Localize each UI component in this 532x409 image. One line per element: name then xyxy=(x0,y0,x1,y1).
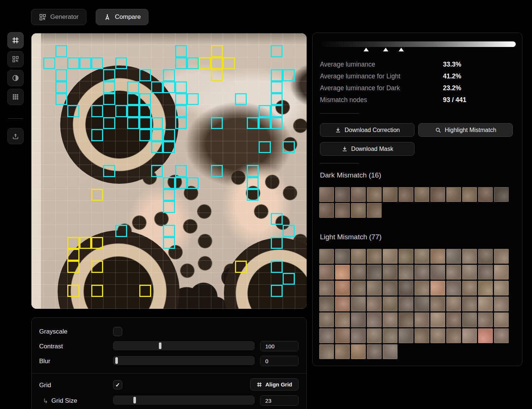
tool-frame-button[interactable] xyxy=(7,32,24,48)
light-mismatch-thumbnail[interactable] xyxy=(478,297,493,311)
contrast-slider[interactable] xyxy=(113,341,255,350)
highlight-mismatch-button[interactable]: Highlight Mistmatch xyxy=(418,123,513,137)
dark-mismatch-thumbnail[interactable] xyxy=(319,187,334,202)
light-mismatch-thumbnail[interactable] xyxy=(478,328,493,343)
download-mask-button[interactable]: Download Mask xyxy=(320,142,415,156)
light-mismatch-thumbnail[interactable] xyxy=(415,281,429,295)
tool-qr-button[interactable] xyxy=(7,51,24,67)
tool-upload-button[interactable] xyxy=(7,128,24,144)
light-mismatch-thumbnail[interactable] xyxy=(446,297,461,311)
dark-mismatch-thumbnail[interactable] xyxy=(430,187,445,202)
light-mismatch-thumbnail[interactable] xyxy=(446,249,461,264)
light-mismatch-thumbnail[interactable] xyxy=(494,249,509,264)
light-mismatch-thumbnail[interactable] xyxy=(478,265,493,280)
light-mismatch-thumbnail[interactable] xyxy=(351,312,366,327)
dark-mismatch-thumbnail[interactable] xyxy=(335,187,350,202)
light-mismatch-thumbnail[interactable] xyxy=(478,312,493,327)
comparison-canvas[interactable] xyxy=(31,33,307,309)
light-mismatch-thumbnail[interactable] xyxy=(430,328,445,343)
download-correction-button[interactable]: Download Correction xyxy=(320,123,415,137)
dark-mismatch-thumbnail[interactable] xyxy=(383,187,398,202)
blur-slider[interactable] xyxy=(113,356,255,365)
dark-mismatch-thumbnail[interactable] xyxy=(335,203,350,218)
light-mismatch-thumbnail[interactable] xyxy=(446,328,461,343)
light-mismatch-thumbnail[interactable] xyxy=(494,265,509,280)
light-mismatch-thumbnail[interactable] xyxy=(367,249,382,264)
light-mismatch-thumbnail[interactable] xyxy=(335,249,350,264)
light-mismatch-thumbnail[interactable] xyxy=(415,265,429,280)
light-mismatch-thumbnail[interactable] xyxy=(399,312,413,327)
light-mismatch-thumbnail[interactable] xyxy=(430,297,445,311)
light-mismatch-thumbnail[interactable] xyxy=(319,312,334,327)
contrast-value-input[interactable] xyxy=(260,341,299,351)
light-mismatch-thumbnail[interactable] xyxy=(383,265,398,280)
light-mismatch-thumbnail[interactable] xyxy=(415,249,429,264)
light-mismatch-thumbnail[interactable] xyxy=(335,297,350,311)
tool-contrast-button[interactable] xyxy=(7,70,24,86)
light-mismatch-thumbnail[interactable] xyxy=(430,249,445,264)
light-mismatch-thumbnail[interactable] xyxy=(383,312,398,327)
light-mismatch-thumbnail[interactable] xyxy=(415,328,429,343)
light-mismatch-thumbnail[interactable] xyxy=(319,297,334,311)
align-grid-button[interactable]: Align Grid xyxy=(250,378,299,391)
dark-mismatch-thumbnail[interactable] xyxy=(478,187,493,202)
tab-generator[interactable]: Generator xyxy=(31,9,86,25)
light-mismatch-thumbnail[interactable] xyxy=(399,281,413,295)
light-mismatch-thumbnail[interactable] xyxy=(478,281,493,295)
light-mismatch-thumbnail[interactable] xyxy=(335,312,350,327)
light-mismatch-thumbnail[interactable] xyxy=(335,328,350,343)
contrast-slider-thumb[interactable] xyxy=(159,342,161,349)
light-mismatch-thumbnail[interactable] xyxy=(319,344,334,359)
dark-mismatch-thumbnail[interactable] xyxy=(446,187,461,202)
light-mismatch-thumbnail[interactable] xyxy=(335,281,350,295)
dark-mismatch-thumbnail[interactable] xyxy=(319,203,334,218)
light-mismatch-thumbnail[interactable] xyxy=(319,265,334,280)
light-mismatch-thumbnail[interactable] xyxy=(494,312,509,327)
dark-mismatch-thumbnail[interactable] xyxy=(494,187,509,202)
grid-size-value-input[interactable] xyxy=(260,395,299,406)
dark-mismatch-thumbnail[interactable] xyxy=(399,187,413,202)
light-mismatch-thumbnail[interactable] xyxy=(399,249,413,264)
light-mismatch-thumbnail[interactable] xyxy=(351,281,366,295)
light-mismatch-thumbnail[interactable] xyxy=(430,312,445,327)
light-mismatch-thumbnail[interactable] xyxy=(319,281,334,295)
light-mismatch-thumbnail[interactable] xyxy=(367,312,382,327)
grid-size-slider[interactable] xyxy=(113,396,255,405)
light-mismatch-thumbnail[interactable] xyxy=(446,281,461,295)
dark-mismatch-thumbnail[interactable] xyxy=(415,187,429,202)
light-mismatch-thumbnail[interactable] xyxy=(367,344,382,359)
light-mismatch-thumbnail[interactable] xyxy=(335,344,350,359)
light-mismatch-thumbnail[interactable] xyxy=(351,265,366,280)
light-mismatch-thumbnail[interactable] xyxy=(367,297,382,311)
light-mismatch-thumbnail[interactable] xyxy=(383,328,398,343)
dark-mismatch-thumbnail[interactable] xyxy=(462,187,477,202)
tab-compare[interactable]: Compare xyxy=(96,9,149,25)
blur-slider-thumb[interactable] xyxy=(115,357,118,364)
light-mismatch-thumbnail[interactable] xyxy=(383,249,398,264)
light-mismatch-thumbnail[interactable] xyxy=(367,281,382,295)
dark-mismatch-thumbnail[interactable] xyxy=(351,203,366,218)
light-mismatch-thumbnail[interactable] xyxy=(367,328,382,343)
grayscale-checkbox[interactable] xyxy=(113,327,122,336)
light-mismatch-thumbnail[interactable] xyxy=(319,249,334,264)
light-mismatch-thumbnail[interactable] xyxy=(494,297,509,311)
light-mismatch-thumbnail[interactable] xyxy=(462,249,477,264)
light-mismatch-thumbnail[interactable] xyxy=(399,328,413,343)
light-mismatch-thumbnail[interactable] xyxy=(351,344,366,359)
light-mismatch-thumbnail[interactable] xyxy=(383,281,398,295)
light-mismatch-thumbnail[interactable] xyxy=(415,297,429,311)
light-mismatch-thumbnail[interactable] xyxy=(462,312,477,327)
light-mismatch-thumbnail[interactable] xyxy=(383,297,398,311)
light-mismatch-thumbnail[interactable] xyxy=(430,281,445,295)
light-mismatch-thumbnail[interactable] xyxy=(494,281,509,295)
light-mismatch-thumbnail[interactable] xyxy=(462,281,477,295)
blur-value-input[interactable] xyxy=(260,356,299,366)
light-mismatch-thumbnail[interactable] xyxy=(399,297,413,311)
light-mismatch-thumbnail[interactable] xyxy=(494,328,509,343)
grid-size-slider-thumb[interactable] xyxy=(133,397,136,403)
light-mismatch-thumbnail[interactable] xyxy=(335,265,350,280)
light-mismatch-thumbnail[interactable] xyxy=(351,297,366,311)
light-mismatch-thumbnail[interactable] xyxy=(351,328,366,343)
dark-mismatch-thumbnail[interactable] xyxy=(367,187,382,202)
light-mismatch-thumbnail[interactable] xyxy=(367,265,382,280)
